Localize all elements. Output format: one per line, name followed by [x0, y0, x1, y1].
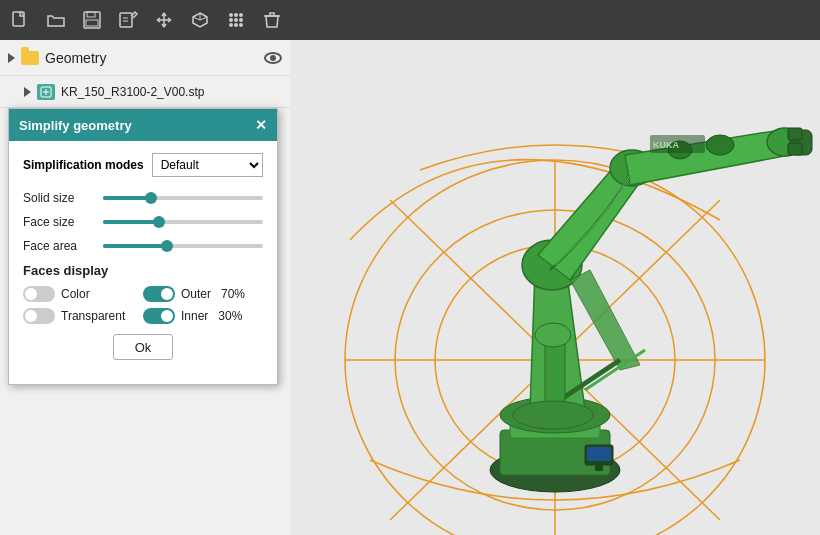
- object-icon[interactable]: [188, 8, 212, 32]
- dialog-body: Simplification modes Default Custom None…: [9, 141, 277, 384]
- svg-point-9: [234, 18, 238, 22]
- svg-rect-3: [86, 20, 98, 26]
- dialog-footer: Ok: [23, 324, 263, 372]
- visibility-toggle-icon[interactable]: [264, 52, 282, 64]
- delete-icon[interactable]: [260, 8, 284, 32]
- inner-pct: 30%: [218, 309, 242, 323]
- svg-rect-42: [595, 465, 603, 471]
- face-area-thumb[interactable]: [161, 240, 173, 252]
- solid-size-row: Solid size: [23, 191, 263, 205]
- color-toggle-knob: [25, 288, 37, 300]
- geometry-header: Geometry: [0, 40, 290, 76]
- face-area-label: Face area: [23, 239, 93, 253]
- face-area-fill: [103, 244, 167, 248]
- simplification-modes-select[interactable]: Default Custom None: [152, 153, 263, 177]
- simplification-modes-row: Simplification modes Default Custom None: [23, 153, 263, 177]
- face-area-track: [103, 244, 263, 248]
- dialog-title: Simplify geometry: [19, 118, 132, 133]
- svg-point-5: [229, 13, 233, 17]
- transparent-toggle[interactable]: [23, 308, 55, 324]
- tree-item-expand-icon[interactable]: [24, 87, 31, 97]
- svg-point-31: [706, 135, 734, 155]
- outer-pct: 70%: [221, 287, 245, 301]
- svg-point-13: [239, 23, 243, 27]
- dialog-header: Simplify geometry ✕: [9, 109, 277, 141]
- tree-expand-icon[interactable]: [8, 53, 15, 63]
- solid-size-track: [103, 196, 263, 200]
- left-panel: Geometry KR_150_R3100-2_V00.stp Simplify…: [0, 40, 290, 535]
- robot-scene: KUKA: [290, 40, 820, 535]
- svg-point-7: [239, 13, 243, 17]
- toolbar: [0, 0, 820, 40]
- transparent-toggle-knob: [25, 310, 37, 322]
- solid-size-label: Solid size: [23, 191, 93, 205]
- cad-file-icon: [37, 84, 55, 100]
- outer-toggle[interactable]: [143, 286, 175, 302]
- transparent-label: Transparent: [61, 309, 125, 323]
- svg-point-36: [535, 323, 571, 347]
- inner-label: Inner: [181, 309, 208, 323]
- tree-item-label: KR_150_R3100-2_V00.stp: [61, 85, 204, 99]
- outer-label: Outer: [181, 287, 211, 301]
- svg-rect-38: [788, 128, 802, 140]
- solid-size-thumb[interactable]: [145, 192, 157, 204]
- main-area: Geometry KR_150_R3100-2_V00.stp Simplify…: [0, 40, 820, 535]
- face-size-label: Face size: [23, 215, 93, 229]
- new-icon[interactable]: [8, 8, 32, 32]
- faces-display-grid: Color Outer 70%: [23, 286, 263, 324]
- grid-icon[interactable]: [224, 8, 248, 32]
- svg-point-37: [513, 401, 593, 429]
- svg-text:KUKA: KUKA: [653, 140, 679, 150]
- geometry-title: Geometry: [45, 50, 258, 66]
- simplify-geometry-dialog: Simplify geometry ✕ Simplification modes…: [8, 108, 278, 385]
- outer-cell: Outer 70%: [143, 286, 263, 302]
- face-area-row: Face area: [23, 239, 263, 253]
- svg-point-11: [229, 23, 233, 27]
- svg-rect-39: [788, 143, 802, 155]
- transparent-cell: Transparent: [23, 308, 143, 324]
- simplification-modes-label: Simplification modes: [23, 158, 144, 172]
- 3d-viewport[interactable]: KUKA: [290, 40, 820, 535]
- color-cell: Color: [23, 286, 143, 302]
- svg-rect-41: [587, 447, 611, 461]
- tree-item[interactable]: KR_150_R3100-2_V00.stp: [0, 76, 290, 108]
- outer-toggle-knob: [161, 288, 173, 300]
- dialog-close-button[interactable]: ✕: [255, 117, 267, 133]
- face-size-fill: [103, 220, 159, 224]
- inner-toggle[interactable]: [143, 308, 175, 324]
- edit-icon[interactable]: [116, 8, 140, 32]
- inner-cell: Inner 30%: [143, 308, 263, 324]
- svg-point-6: [234, 13, 238, 17]
- face-size-track: [103, 220, 263, 224]
- color-label: Color: [61, 287, 90, 301]
- color-toggle[interactable]: [23, 286, 55, 302]
- ok-button[interactable]: Ok: [113, 334, 173, 360]
- face-size-thumb[interactable]: [153, 216, 165, 228]
- save-icon[interactable]: [80, 8, 104, 32]
- move-icon[interactable]: [152, 8, 176, 32]
- svg-rect-4: [120, 13, 132, 27]
- face-size-row: Face size: [23, 215, 263, 229]
- svg-point-12: [234, 23, 238, 27]
- faces-display-heading: Faces display: [23, 263, 263, 278]
- svg-point-8: [229, 18, 233, 22]
- solid-size-fill: [103, 196, 151, 200]
- inner-toggle-knob: [161, 310, 173, 322]
- svg-point-10: [239, 18, 243, 22]
- folder-icon: [21, 51, 39, 65]
- open-icon[interactable]: [44, 8, 68, 32]
